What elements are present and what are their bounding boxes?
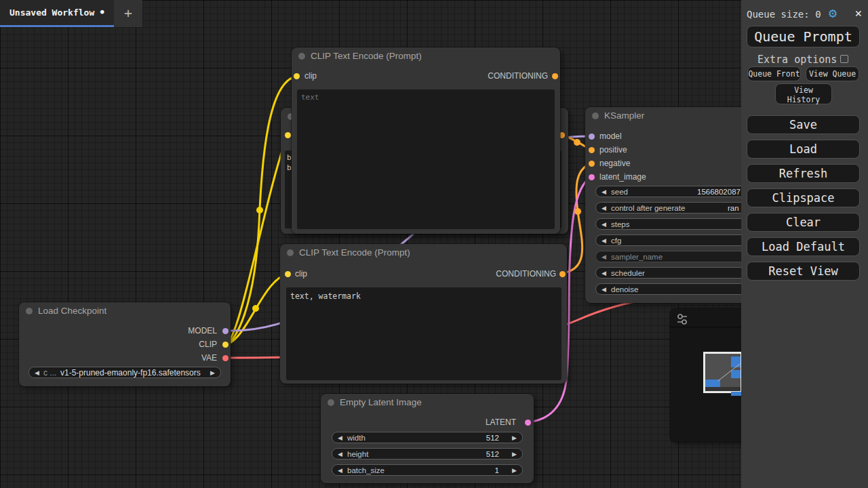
node-title[interactable]: Load Checkpoint <box>19 302 231 320</box>
textarea-placeholder: text <box>301 93 319 102</box>
widget-label: height <box>347 449 368 460</box>
tune-icon <box>676 313 688 325</box>
output-label-vae: VAE <box>201 353 217 363</box>
node-load-checkpoint[interactable]: Load Checkpoint MODEL CLIP VAE ◀ c ... v… <box>19 302 231 386</box>
unsaved-indicator-dot: ● <box>100 8 104 15</box>
input-label-negative: negative <box>599 159 630 168</box>
prompt-textarea[interactable]: text, watermark <box>286 287 561 380</box>
extra-options-label: Extra options <box>757 54 837 66</box>
clear-button[interactable]: Clear <box>747 213 860 232</box>
input-label-model: model <box>599 131 622 141</box>
widget-left-arrow[interactable]: ◀ <box>601 187 606 197</box>
widget-left-arrow[interactable]: ◀ <box>601 268 606 279</box>
input-port-clip[interactable] <box>285 132 291 138</box>
collapse-dot[interactable] <box>287 249 294 256</box>
widget-left-arrow[interactable]: ◀ <box>601 220 606 230</box>
comfy-menu: Queue size: 0 ⚙ ✕ Queue Prompt Extra opt… <box>741 0 868 488</box>
queue-front-button[interactable]: Queue Front <box>747 66 801 81</box>
queue-prompt-button[interactable]: Queue Prompt <box>747 26 860 47</box>
preview-image[interactable] <box>703 352 743 393</box>
ckpt-name-widget[interactable]: ◀ c ... v1-5-pruned-emaonly-fp16.safeten… <box>28 367 221 378</box>
input-port-positive[interactable] <box>589 147 595 153</box>
input-port-clip[interactable] <box>294 73 300 79</box>
clipspace-button[interactable]: Clipspace <box>747 188 860 207</box>
output-label-model: MODEL <box>188 326 217 336</box>
input-label: clip <box>295 269 307 279</box>
view-queue-button[interactable]: View Queue <box>806 66 859 81</box>
input-port-negative[interactable] <box>589 161 595 167</box>
tab-label: Unsaved Workflow <box>9 7 94 18</box>
width-widget[interactable]: ◀ width 512 ▶ <box>332 432 523 443</box>
widget-left-arrow[interactable]: ◀ <box>338 449 342 460</box>
collapse-dot[interactable] <box>298 53 305 60</box>
input-label-latent-image: latent_image <box>599 172 646 182</box>
wire-dot[interactable] <box>252 305 259 312</box>
widget-value: ran <box>728 203 739 214</box>
close-icon[interactable]: ✕ <box>855 6 862 20</box>
widget-right-arrow[interactable]: ▶ <box>512 466 517 476</box>
prompt-textarea[interactable]: text <box>297 89 555 229</box>
input-port-latent-image[interactable] <box>589 174 595 180</box>
height-widget[interactable]: ◀ height 512 ▶ <box>332 448 523 460</box>
node-title[interactable]: Empty Latent Image <box>321 394 534 411</box>
output-port-clip[interactable] <box>222 342 229 348</box>
widget-left-arrow[interactable]: ◀ <box>338 433 342 443</box>
node-title[interactable]: CLIP Text Encode (Prompt) <box>292 47 560 65</box>
preview-shape <box>705 387 743 391</box>
new-workflow-tab-button[interactable]: + <box>114 0 142 27</box>
input-label: clip <box>304 71 317 81</box>
load-button[interactable]: Load <box>747 140 860 159</box>
widget-left-arrow[interactable]: ◀ <box>601 203 606 214</box>
node-title[interactable]: CLIP Text Encode (Prompt) <box>280 244 567 262</box>
input-port-model[interactable] <box>589 134 595 140</box>
reset-view-button[interactable]: Reset View <box>747 262 860 281</box>
node-clip-text-encode-top[interactable]: CLIP Text Encode (Prompt) clip CONDITION… <box>292 47 560 234</box>
view-history-button[interactable]: View History <box>775 83 832 104</box>
widget-label: seed <box>611 187 628 197</box>
widget-label: scheduler <box>611 268 645 279</box>
batch-size-widget[interactable]: ◀ batch_size 1 ▶ <box>332 464 523 476</box>
queue-size-label: Queue size: 0 <box>747 9 821 20</box>
output-port-model[interactable] <box>222 328 229 334</box>
collapse-dot[interactable] <box>26 308 33 314</box>
widget-value: v1-5-pruned-emaonly-fp16.safetensors <box>60 368 201 378</box>
input-port-clip[interactable] <box>285 271 291 277</box>
load-default-button[interactable]: Load Default <box>747 237 860 256</box>
widget-value: 1566802087 <box>697 187 741 197</box>
node-empty-latent-image[interactable]: Empty Latent Image LATENT ◀ width 512 ▶ … <box>321 394 534 483</box>
widget-label: steps <box>611 220 630 230</box>
save-button[interactable]: Save <box>747 115 860 134</box>
widget-label: denoise <box>611 285 638 295</box>
output-label: CONDITIONING <box>488 71 548 81</box>
refresh-button[interactable]: Refresh <box>747 164 860 183</box>
extra-options-checkbox[interactable] <box>840 55 848 63</box>
widget-value: 512 <box>486 449 499 460</box>
widget-left-arrow[interactable]: ◀ <box>601 285 606 295</box>
view-history-line: History <box>776 95 831 104</box>
gear-icon[interactable]: ⚙ <box>829 5 837 21</box>
output-port-latent[interactable] <box>525 420 531 426</box>
wire-clip-to-hidden <box>225 135 288 344</box>
widget-label: batch_size <box>347 466 384 476</box>
tab-unsaved-workflow[interactable]: Unsaved Workflow ● <box>0 0 114 27</box>
wire-dot[interactable] <box>574 139 580 146</box>
widget-label: control after generate <box>611 203 685 214</box>
node-clip-text-encode-bottom[interactable]: CLIP Text Encode (Prompt) clip CONDITION… <box>280 244 567 384</box>
wire-dot[interactable] <box>574 208 581 215</box>
widget-right-arrow[interactable]: ▶ <box>512 449 517 460</box>
textarea-content: text, watermark <box>290 291 361 301</box>
widget-right-arrow[interactable]: ▶ <box>512 433 517 443</box>
widget-left-arrow[interactable]: ◀ <box>35 368 39 378</box>
widget-left-arrow[interactable]: ◀ <box>601 252 606 262</box>
widget-left-arrow[interactable]: ◀ <box>601 236 606 246</box>
collapse-dot[interactable] <box>328 399 334 406</box>
node-graph-canvas[interactable]: be bo CLIP Text Encode (Prompt) clip CON… <box>0 0 868 488</box>
output-label-latent: LATENT <box>486 418 516 427</box>
widget-right-arrow[interactable]: ▶ <box>210 368 215 378</box>
output-port-vae[interactable] <box>222 355 229 361</box>
collapse-dot[interactable] <box>592 113 599 119</box>
output-port-conditioning[interactable] <box>559 271 566 277</box>
wire-dot[interactable] <box>256 207 263 214</box>
widget-left-arrow[interactable]: ◀ <box>338 466 342 476</box>
output-port-conditioning[interactable] <box>552 73 558 79</box>
